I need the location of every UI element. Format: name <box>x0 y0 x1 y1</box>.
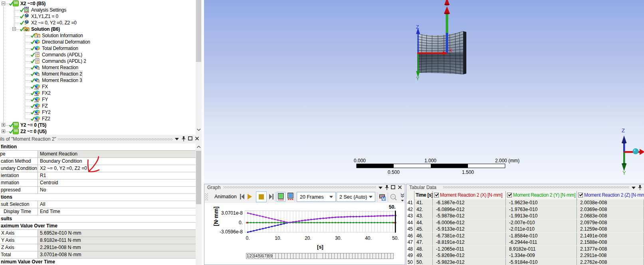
svg-text:USER: USER <box>34 114 39 115</box>
svg-text:C: C <box>37 60 40 64</box>
svg-text:Y: Y <box>416 76 419 82</box>
svg-text:USER: USER <box>34 88 39 90</box>
svg-text:USER: USER <box>34 120 39 122</box>
svg-text:Y: Y <box>622 170 626 176</box>
svg-text:C: C <box>37 54 40 58</box>
svg-text:1.500: 1.500 <box>462 169 474 175</box>
svg-text:USER: USER <box>34 107 39 109</box>
svg-text:0.500: 0.500 <box>388 169 400 175</box>
svg-text:X: X <box>449 48 452 54</box>
svg-text:2.000 (mm): 2.000 (mm) <box>495 158 519 163</box>
svg-text:USER: USER <box>34 94 39 96</box>
svg-text:0.000: 0.000 <box>354 158 366 163</box>
svg-text:Z: Z <box>416 24 419 30</box>
svg-text:Z: Z <box>622 128 625 133</box>
svg-text:USER: USER <box>34 101 39 102</box>
svg-text:1.000: 1.000 <box>424 158 436 163</box>
